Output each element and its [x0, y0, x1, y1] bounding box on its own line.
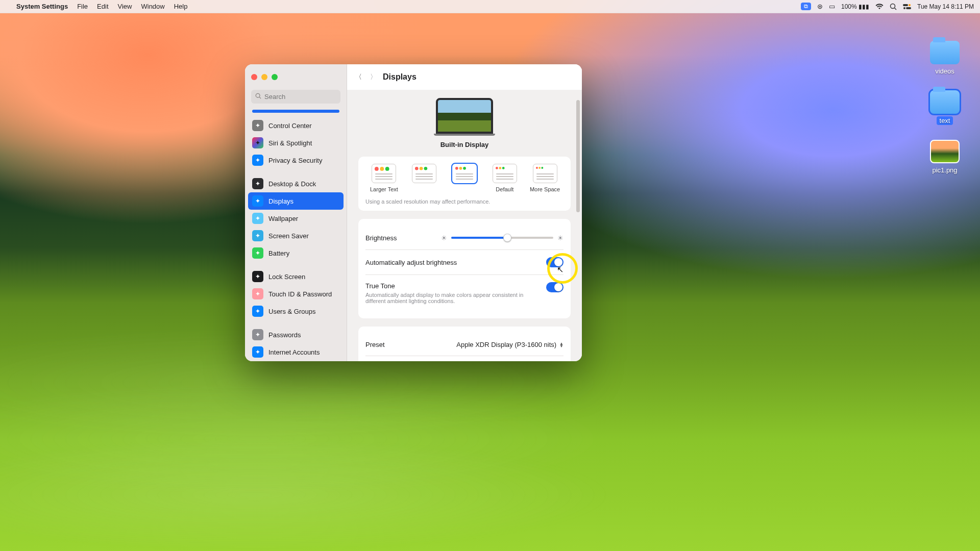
svg-point-5	[903, 7, 905, 9]
resolution-option-4[interactable]: More Space	[526, 164, 564, 192]
sidebar-item-privacy-security[interactable]: ✦Privacy & Security	[248, 152, 344, 169]
minimize-button[interactable]	[261, 74, 267, 80]
fullscreen-button[interactable]	[272, 74, 278, 80]
window-menu[interactable]: Window	[141, 3, 164, 10]
screen-recording-indicator[interactable]: ⧉	[801, 3, 811, 10]
true-tone-toggle[interactable]	[546, 282, 564, 292]
sidebar-item-touch-id-password[interactable]: ✦Touch ID & Password	[248, 285, 344, 303]
search-input[interactable]	[264, 93, 350, 101]
sidebar-item-game-center[interactable]: ✦Game Center	[248, 361, 344, 361]
help-menu[interactable]: Help	[174, 3, 188, 10]
auto-brightness-toggle[interactable]	[546, 257, 564, 267]
search-icon	[255, 93, 261, 101]
desktop-item-label: videos	[935, 67, 954, 75]
resolution-label: More Space	[526, 186, 564, 192]
privacy-security-icon: ✦	[252, 155, 263, 166]
forward-button[interactable]: 〉	[370, 72, 377, 82]
sidebar-item-wallpaper[interactable]: ✦Wallpaper	[248, 210, 344, 227]
desktop-folder-videos[interactable]: videos	[930, 41, 960, 75]
back-button[interactable]: 〈	[355, 72, 362, 82]
users-groups-icon: ✦	[252, 306, 263, 317]
svg-rect-2	[903, 4, 908, 6]
resolution-label: Default	[486, 186, 523, 192]
slider-thumb[interactable]	[503, 234, 511, 242]
desktop-folder-text[interactable]: text	[930, 90, 960, 124]
desktop[interactable]: System Settings File Edit View Window He…	[0, 0, 980, 551]
titlebar[interactable]	[245, 64, 347, 90]
spotlight-search-icon[interactable]	[890, 3, 897, 10]
svg-rect-4	[906, 7, 911, 9]
sidebar-item-label: Users & Groups	[268, 308, 315, 315]
refresh-rate-row: Refresh rate ProMotion ▲▼	[365, 356, 564, 361]
wifi-icon[interactable]	[875, 4, 884, 10]
sidebar-item-label: Privacy & Security	[268, 157, 322, 164]
true-tone-description: Automatically adapt display to make colo…	[365, 292, 539, 304]
resolution-label: Larger Text	[365, 186, 403, 192]
auto-brightness-label: Automatically adjust brightness	[365, 259, 457, 266]
svg-point-0	[891, 4, 895, 8]
folder-icon	[930, 90, 960, 114]
menu-bar-clock[interactable]: Tue May 14 8:11 PM	[917, 3, 974, 10]
sidebar-item-battery[interactable]: ✦Battery	[248, 244, 344, 262]
brightness-row: Brightness ☀︎ ☀	[365, 226, 564, 249]
preset-select[interactable]: Apple XDR Display (P3-1600 nits) ▲▼	[456, 341, 564, 348]
chevron-up-down-icon: ▲▼	[559, 342, 564, 347]
sidebar-search[interactable]	[251, 90, 340, 104]
sidebar-top-selection-strip	[252, 110, 339, 113]
sidebar-item-label: Touch ID & Password	[268, 290, 332, 298]
resolution-option-2[interactable]	[446, 164, 483, 192]
content-body[interactable]: Built-in Display Larger TextDefaultMore …	[347, 90, 582, 361]
resolution-thumbnail	[533, 164, 557, 183]
system-settings-window[interactable]: ✦Control Center✦Siri & Spotlight✦Privacy…	[245, 64, 582, 361]
svg-line-1	[895, 8, 897, 10]
brightness-slider[interactable]	[451, 233, 553, 242]
screen-saver-icon: ✦	[252, 230, 263, 241]
sidebar-item-displays[interactable]: ✦Displays	[248, 192, 344, 210]
sidebar-item-lock-screen[interactable]: ✦Lock Screen	[248, 268, 344, 285]
lock-screen-icon: ✦	[252, 271, 263, 282]
true-tone-row: True Tone Automatically adapt display to…	[365, 274, 564, 311]
sidebar-item-users-groups[interactable]: ✦Users & Groups	[248, 303, 344, 320]
svg-point-3	[909, 4, 911, 6]
display-thumbnail[interactable]	[436, 98, 493, 134]
desktop-image-pic1[interactable]: pic1.png	[930, 140, 960, 174]
displays-icon: ✦	[252, 195, 263, 207]
content-pane: 〈 〉 Displays Built-in Display Larger Tex…	[347, 64, 582, 361]
edit-menu[interactable]: Edit	[97, 3, 108, 10]
display-hero: Built-in Display	[358, 98, 571, 148]
sidebar-item-label: Internet Accounts	[268, 348, 320, 356]
folder-icon	[930, 41, 960, 64]
sidebar-list[interactable]: ✦Control Center✦Siri & Spotlight✦Privacy…	[245, 108, 347, 361]
sidebar-item-control-center[interactable]: ✦Control Center	[248, 117, 344, 134]
brightness-panel: Brightness ☀︎ ☀ Automatically adjust bri…	[358, 219, 571, 318]
svg-point-6	[256, 93, 260, 97]
sidebar-item-passwords[interactable]: ✦Passwords	[248, 326, 344, 343]
resolution-option-0[interactable]: Larger Text	[365, 164, 403, 192]
file-menu[interactable]: File	[77, 3, 88, 10]
app-menu[interactable]: System Settings	[16, 3, 68, 10]
scrollbar[interactable]	[576, 100, 580, 212]
resolution-thumbnail	[412, 164, 436, 183]
control-center-icon[interactable]	[903, 4, 911, 10]
resolution-option-1[interactable]	[406, 164, 443, 192]
sidebar-item-screen-saver[interactable]: ✦Screen Saver	[248, 227, 344, 244]
status-icon[interactable]: ⊛	[817, 3, 823, 10]
preset-row: Preset Apple XDR Display (P3-1600 nits) …	[365, 334, 564, 356]
sidebar-item-desktop-dock[interactable]: ✦Desktop & Dock	[248, 175, 344, 192]
view-menu[interactable]: View	[118, 3, 132, 10]
resolution-panel: Larger TextDefaultMore Space Using a sca…	[358, 157, 571, 211]
sidebar-item-internet-accounts[interactable]: ✦Internet Accounts	[248, 343, 344, 361]
battery-status[interactable]: 100% ▮▮▮	[841, 3, 869, 10]
preset-panel: Preset Apple XDR Display (P3-1600 nits) …	[358, 327, 571, 361]
sidebar-item-label: Wallpaper	[268, 215, 298, 222]
sidebar-spacer	[248, 320, 344, 326]
sidebar: ✦Control Center✦Siri & Spotlight✦Privacy…	[245, 64, 347, 361]
sidebar-item-label: Screen Saver	[268, 232, 309, 240]
sidebar-item-label: Displays	[268, 197, 293, 205]
display-name: Built-in Display	[358, 141, 571, 148]
desktop-item-label: pic1.png	[932, 166, 957, 174]
resolution-option-3[interactable]: Default	[486, 164, 523, 192]
sidebar-item-siri-spotlight[interactable]: ✦Siri & Spotlight	[248, 134, 344, 152]
close-button[interactable]	[251, 74, 257, 80]
status-icon[interactable]: ▭	[829, 3, 835, 10]
